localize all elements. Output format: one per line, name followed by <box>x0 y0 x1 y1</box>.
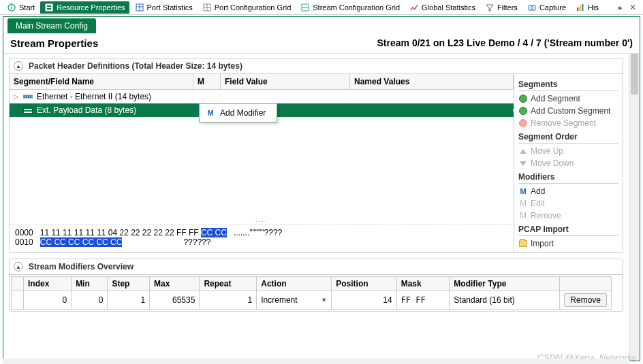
tab-label: Port Configuration Grid <box>215 3 292 12</box>
import-button[interactable]: Import <box>518 237 618 250</box>
grid-icon <box>202 3 212 12</box>
col-named-values[interactable]: Named Values <box>350 74 514 89</box>
cell-action[interactable]: Increment▼ <box>257 291 332 310</box>
panel-title: Packet Header Definitions (Total Header … <box>29 61 242 71</box>
collapse-button[interactable]: ▴ <box>14 61 23 71</box>
modifier-remove-button[interactable]: MRemove <box>518 210 618 222</box>
stream-grid-icon <box>300 3 310 12</box>
add-segment-button[interactable]: Add Segment <box>518 93 618 105</box>
row-label: Ethernet - Ethernet II (14 bytes) <box>37 92 151 101</box>
triangle-up-icon <box>518 146 528 156</box>
tab-start[interactable]: i Start <box>3 1 39 14</box>
add-modifier-icon: M <box>518 186 528 196</box>
segment-order-header: Segment Order <box>518 132 618 144</box>
info-icon: i <box>7 3 16 12</box>
cell-max[interactable]: 65535 <box>150 291 200 310</box>
hex-highlight: CC CC <box>201 228 227 237</box>
close-icon[interactable]: ✕ <box>625 3 640 12</box>
tab-resource-properties[interactable]: Resource Properties <box>40 1 129 14</box>
tab-filters[interactable]: Filters <box>481 1 522 14</box>
plus-icon <box>518 94 528 103</box>
tab-label: Filters <box>497 3 518 12</box>
tab-main-stream-config[interactable]: Main Stream Config <box>7 18 96 33</box>
modifier-add-button[interactable]: MAdd <box>518 185 618 197</box>
row-ethernet[interactable]: ▷ Ethernet - Ethernet II (14 bytes) <box>10 90 514 103</box>
svg-rect-16 <box>577 7 579 11</box>
col-mask[interactable]: Mask <box>396 277 450 291</box>
overflow-arrow-icon[interactable]: ▸ <box>616 3 625 12</box>
triangle-down-icon <box>518 159 528 168</box>
tab-label: Port Statistics <box>147 3 193 12</box>
vertical-scrollbar[interactable] <box>629 54 640 361</box>
collapse-button[interactable]: ▴ <box>14 262 23 271</box>
horizontal-scrollbar[interactable] <box>3 359 629 364</box>
col-modifier-type[interactable]: Modifier Type <box>450 277 560 291</box>
move-up-button[interactable]: Move Up <box>518 145 618 157</box>
svg-text:i: i <box>11 3 13 12</box>
tab-port-config-grid[interactable]: Port Configuration Grid <box>198 1 296 14</box>
pcap-import-header: PCAP Import <box>518 225 618 236</box>
panel-header: ▴ Packet Header Definitions (Total Heade… <box>10 59 623 73</box>
hex-separator: ···· <box>10 218 514 225</box>
tab-label: His <box>588 3 599 12</box>
table-row[interactable]: 0 0 1 65535 1 Increment▼ 14 FF FF Standa… <box>12 291 612 310</box>
tab-capture[interactable]: Capture <box>523 1 570 14</box>
tab-stream-config-grid[interactable]: Stream Configuration Grid <box>296 1 404 14</box>
cell-modifier-type[interactable]: Standard (16 bit) <box>450 291 560 310</box>
col-min[interactable]: Min <box>72 277 108 291</box>
cell-step[interactable]: 1 <box>108 291 150 310</box>
cell-min[interactable]: 0 <box>72 291 108 310</box>
col-position[interactable]: Position <box>332 277 396 291</box>
col-m[interactable]: M <box>193 74 221 89</box>
payload-icon <box>23 107 33 114</box>
add-modifier-icon: M <box>205 109 216 117</box>
col-segment-name[interactable]: Segment/Field Name <box>10 74 193 89</box>
chart-line-icon <box>409 3 419 12</box>
cell-repeat[interactable]: 1 <box>200 291 257 310</box>
segments-side-panel: Segments Add Segment Add Custom Segment … <box>514 74 623 252</box>
panel-title: Stream Modifiers Overview <box>29 262 134 271</box>
add-custom-segment-button[interactable]: Add Custom Segment <box>518 105 618 117</box>
col-index[interactable]: Index <box>24 277 72 291</box>
modifiers-table: Index Min Step Max Repeat Action Positio… <box>11 276 612 310</box>
cell-index[interactable]: 0 <box>24 291 72 310</box>
modifier-edit-button[interactable]: MEdit <box>518 197 618 210</box>
expand-icon[interactable]: ▷ <box>14 93 20 100</box>
panel-packet-header-definitions: ▴ Packet Header Definitions (Total Heade… <box>9 58 623 253</box>
tab-port-statistics[interactable]: Port Statistics <box>131 1 197 14</box>
camera-icon <box>527 3 537 12</box>
content-frame: Main Stream Config Stream Properties Str… <box>3 16 640 361</box>
col-action[interactable]: Action <box>257 277 332 291</box>
tab-his[interactable]: His <box>571 1 603 14</box>
move-down-button[interactable]: Move Down <box>518 157 618 169</box>
stream-path: Stream 0/21 on L23 Live Demo / 4 / 7 ('S… <box>377 37 633 49</box>
menu-add-modifier[interactable]: M Add Modifier <box>201 105 275 120</box>
menu-label: Add Modifier <box>220 108 266 118</box>
tab-label: Resource Properties <box>57 3 125 12</box>
col-field-value[interactable]: Field Value <box>221 74 350 89</box>
page-title: Stream Properties <box>10 37 98 49</box>
grid-rows: ▷ Ethernet - Ethernet II (14 bytes) ▷ Ex… <box>10 90 514 218</box>
svg-rect-18 <box>582 4 584 11</box>
remove-button[interactable]: Remove <box>564 293 607 307</box>
segments-header: Segments <box>518 80 618 91</box>
svg-rect-17 <box>580 5 582 11</box>
panel-stream-modifiers: ▴ Stream Modifiers Overview Index Min St… <box>9 259 623 312</box>
col-step[interactable]: Step <box>108 277 150 291</box>
minus-icon <box>518 118 528 128</box>
properties-icon <box>44 3 54 12</box>
top-tab-bar: i Start Resource Properties Port Statist… <box>0 0 643 15</box>
remove-segment-button[interactable]: Remove Segment <box>518 117 618 129</box>
col-max[interactable]: Max <box>150 277 200 291</box>
svg-point-15 <box>531 6 533 9</box>
col-repeat[interactable]: Repeat <box>200 277 257 291</box>
cell-position[interactable]: 14 <box>332 291 396 310</box>
funnel-icon <box>485 3 495 12</box>
scrollbar-thumb[interactable] <box>631 54 638 95</box>
hex-row-0: 0000 11 11 11 11 11 11 04 22 22 22 22 22… <box>15 228 508 237</box>
plus-icon <box>518 106 528 116</box>
svg-rect-2 <box>46 4 52 11</box>
cell-mask[interactable]: FF FF <box>396 291 450 310</box>
subtab-bar: Main Stream Config <box>3 17 640 33</box>
tab-global-statistics[interactable]: Global Statistics <box>405 1 480 14</box>
